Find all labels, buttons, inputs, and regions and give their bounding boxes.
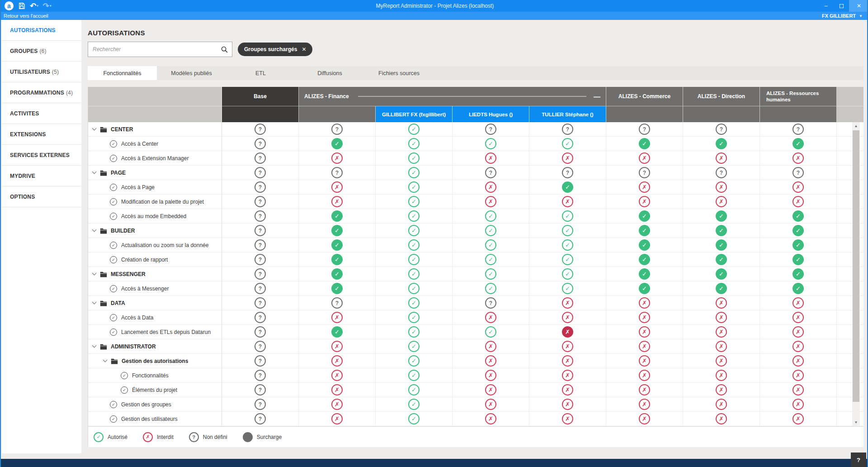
status-cell-finance[interactable]: ?: [299, 296, 376, 310]
status-cell-finance[interactable]: ✗: [299, 310, 376, 324]
status-cell-direction[interactable]: ✗: [683, 195, 760, 209]
status-cell-gillibert[interactable]: ✓: [376, 412, 453, 426]
status-cell-rh[interactable]: ?: [760, 166, 837, 180]
status-cell-rh[interactable]: ✗: [760, 180, 837, 194]
status-cell-direction[interactable]: ?: [683, 122, 760, 136]
header-user-liedts[interactable]: LIEDTS Hugues (): [453, 106, 529, 122]
status-cell-commerce[interactable]: ✗: [606, 195, 683, 209]
status-cell-direction[interactable]: ✗: [683, 339, 760, 353]
status-cell-finance[interactable]: ✓: [299, 281, 376, 295]
status-cell-tullier[interactable]: ✗: [529, 310, 606, 324]
status-cell-liedts[interactable]: ✓: [453, 267, 529, 281]
status-cell-liedts[interactable]: ✗: [453, 151, 529, 165]
status-cell-liedts[interactable]: ?: [453, 296, 529, 310]
status-cell-gillibert[interactable]: ✓: [376, 397, 453, 411]
status-cell-liedts[interactable]: ✗: [453, 368, 529, 382]
status-cell-liedts[interactable]: ✗: [453, 339, 529, 353]
status-cell-commerce[interactable]: ✗: [606, 397, 683, 411]
status-cell-base[interactable]: ?: [222, 180, 299, 194]
tab-diffusions[interactable]: Diffusions: [295, 66, 364, 80]
status-cell-commerce[interactable]: ✗: [606, 412, 683, 426]
status-cell-direction[interactable]: ✓: [683, 253, 760, 267]
filter-chip-groupes-surcharges[interactable]: Groupes surchargés ✕: [238, 43, 312, 56]
status-cell-rh[interactable]: ✗: [760, 412, 837, 426]
status-cell-tullier[interactable]: ✓: [529, 224, 606, 238]
status-cell-rh[interactable]: ✓: [760, 253, 837, 267]
status-cell-gillibert[interactable]: ✓: [376, 383, 453, 397]
status-cell-tullier[interactable]: ✗: [529, 354, 606, 368]
status-cell-liedts[interactable]: ✗: [453, 383, 529, 397]
status-cell-liedts[interactable]: ✗: [453, 310, 529, 324]
status-cell-finance[interactable]: ✗: [299, 195, 376, 209]
status-cell-rh[interactable]: ✓: [760, 137, 837, 151]
status-cell-finance[interactable]: ✗: [299, 180, 376, 194]
chevron-down-icon[interactable]: [92, 300, 97, 305]
status-cell-base[interactable]: ?: [222, 383, 299, 397]
status-cell-commerce[interactable]: ✗: [606, 151, 683, 165]
status-cell-finance[interactable]: ✓: [299, 209, 376, 223]
status-cell-liedts[interactable]: ✓: [453, 209, 529, 223]
minimize-button[interactable]: –: [818, 0, 834, 12]
status-cell-direction[interactable]: ✓: [683, 137, 760, 151]
status-cell-base[interactable]: ?: [222, 325, 299, 339]
status-cell-liedts[interactable]: ?: [453, 122, 529, 136]
status-cell-tullier[interactable]: ✓: [529, 238, 606, 252]
undo-icon[interactable]: ↶▾: [30, 1, 38, 11]
status-cell-base[interactable]: ?: [222, 166, 299, 180]
status-cell-gillibert[interactable]: ✓: [376, 368, 453, 382]
status-cell-tullier[interactable]: ✓: [529, 209, 606, 223]
scrollbar-thumb[interactable]: [853, 130, 859, 402]
save-icon[interactable]: [18, 2, 25, 10]
restore-button[interactable]: [834, 0, 849, 12]
status-cell-commerce[interactable]: ✓: [606, 253, 683, 267]
status-cell-tullier[interactable]: ✓: [529, 267, 606, 281]
status-cell-direction[interactable]: ✗: [683, 296, 760, 310]
chevron-down-icon[interactable]: [92, 228, 97, 232]
status-cell-base[interactable]: ?: [222, 339, 299, 353]
row-label[interactable]: BUILDER: [88, 224, 222, 238]
status-cell-commerce[interactable]: ✓: [606, 209, 683, 223]
status-cell-liedts[interactable]: ✓: [453, 224, 529, 238]
back-to-home-link[interactable]: Retour vers l'accueil: [1, 13, 48, 19]
status-cell-base[interactable]: ?: [222, 281, 299, 295]
status-cell-gillibert[interactable]: ✓: [376, 151, 453, 165]
row-label[interactable]: PAGE: [88, 166, 222, 180]
status-cell-rh[interactable]: ✓: [760, 281, 837, 295]
chevron-down-icon[interactable]: [92, 170, 97, 174]
status-cell-tullier[interactable]: ✗: [529, 383, 606, 397]
status-cell-direction[interactable]: ✗: [683, 412, 760, 426]
sidebar-item-activites[interactable]: ACTIVITES: [2, 103, 81, 124]
status-cell-finance[interactable]: ✓: [299, 253, 376, 267]
status-cell-commerce[interactable]: ✓: [606, 137, 683, 151]
status-cell-rh[interactable]: ✗: [760, 383, 837, 397]
sidebar-item-groupes[interactable]: GROUPES(6): [2, 41, 81, 62]
status-cell-gillibert[interactable]: ✓: [376, 238, 453, 252]
status-cell-tullier[interactable]: ✓: [529, 180, 606, 194]
row-label[interactable]: ✓Fonctionnalités: [88, 368, 222, 382]
status-cell-gillibert[interactable]: ✓: [376, 122, 453, 136]
status-cell-rh[interactable]: ✗: [760, 296, 837, 310]
status-cell-gillibert[interactable]: ✓: [376, 224, 453, 238]
tab-modeles-publies[interactable]: Modèles publiés: [157, 66, 226, 80]
row-label[interactable]: DATA: [88, 296, 222, 310]
status-cell-direction[interactable]: ✗: [683, 368, 760, 382]
status-cell-rh[interactable]: ✗: [760, 195, 837, 209]
row-label[interactable]: ✓Création de rapport: [88, 253, 222, 267]
status-cell-tullier[interactable]: ✗: [529, 397, 606, 411]
status-cell-tullier[interactable]: ✗: [529, 368, 606, 382]
status-cell-direction[interactable]: ✗: [683, 383, 760, 397]
sidebar-item-mydrive[interactable]: MYDRIVE: [2, 166, 81, 186]
status-cell-rh[interactable]: ✓: [760, 238, 837, 252]
status-cell-rh[interactable]: ✗: [760, 397, 837, 411]
sidebar-item-utilisateurs[interactable]: UTILISATEURS(5): [2, 62, 81, 82]
status-cell-base[interactable]: ?: [222, 296, 299, 310]
status-cell-tullier[interactable]: ✗: [529, 339, 606, 353]
status-cell-finance[interactable]: ✓: [299, 325, 376, 339]
status-cell-liedts[interactable]: ✗: [453, 180, 529, 194]
status-cell-direction[interactable]: ✓: [683, 267, 760, 281]
status-cell-gillibert[interactable]: ✓: [376, 137, 453, 151]
status-cell-direction[interactable]: ✓: [683, 238, 760, 252]
status-cell-finance[interactable]: ✓: [299, 137, 376, 151]
status-cell-gillibert[interactable]: ✓: [376, 267, 453, 281]
status-cell-liedts[interactable]: ✗: [453, 195, 529, 209]
